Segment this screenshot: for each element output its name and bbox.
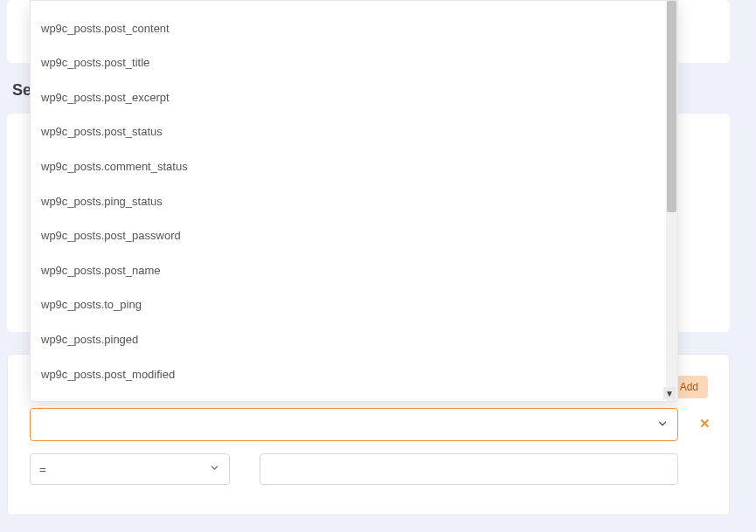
dropdown-item[interactable]: wp9c_posts.ping_status xyxy=(31,184,667,219)
column-select-input[interactable] xyxy=(30,408,678,441)
chevron-down-icon xyxy=(656,418,669,432)
dropdown-item[interactable]: wp9c_posts.post_modified xyxy=(31,357,667,392)
chevron-down-icon xyxy=(209,462,220,476)
dropdown-item[interactable]: wp9c_posts.post_excerpt xyxy=(31,80,667,115)
column-dropdown-panel: wp9c_posts.post_date_gmt wp9c_posts.post… xyxy=(30,0,678,402)
dropdown-item[interactable]: wp9c_posts.comment_status xyxy=(31,149,667,184)
dropdown-item[interactable]: wp9c_posts.post_date_gmt xyxy=(31,1,667,11)
column-dropdown-list[interactable]: wp9c_posts.post_date_gmt wp9c_posts.post… xyxy=(31,1,667,398)
scrollbar-track[interactable] xyxy=(666,1,677,401)
value-input[interactable] xyxy=(260,453,678,485)
dropdown-item[interactable]: wp9c_posts.to_ping xyxy=(31,287,667,322)
dropdown-item[interactable]: wp9c_posts.post_name xyxy=(31,253,667,288)
remove-condition-icon[interactable]: ✕ xyxy=(699,416,711,432)
scrollbar-thumb[interactable] xyxy=(667,1,676,212)
operator-value: = xyxy=(39,463,46,476)
dropdown-item[interactable]: wp9c_posts.post_title xyxy=(31,45,667,80)
dropdown-item[interactable]: wp9c_posts.post_password xyxy=(31,218,667,253)
dropdown-item[interactable]: wp9c_posts.post_status xyxy=(31,114,667,149)
dropdown-item[interactable]: wp9c_posts.post_content xyxy=(31,11,667,46)
panel-dropdown-arrow-icon[interactable]: ▼ xyxy=(663,387,676,399)
operator-select[interactable]: = xyxy=(30,453,230,485)
dropdown-item[interactable]: wp9c_posts.pinged xyxy=(31,322,667,357)
